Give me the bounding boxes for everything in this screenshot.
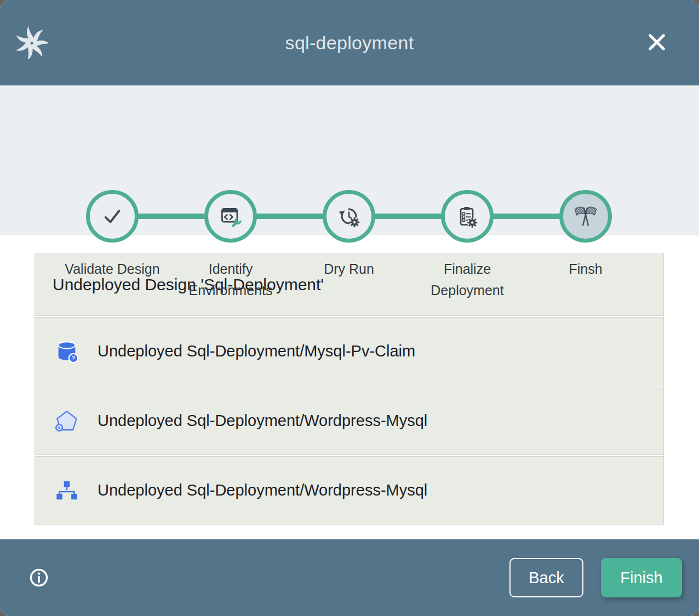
step-label: Finalize Deployment [419, 258, 516, 301]
svg-text:?: ? [72, 355, 75, 361]
clipboard-gear-icon [455, 204, 479, 228]
close-icon [646, 32, 667, 53]
step-dry-run: Dry Run [290, 190, 408, 301]
log-text: Undeployed Sql-Deployment/Wordpress-Mysq… [98, 412, 427, 430]
checkered-flags-icon [573, 204, 598, 229]
wizard-stepper: Validate Design Identify Environments [0, 85, 699, 235]
step-validate-design: Validate Design [53, 190, 171, 301]
step-label: Dry Run [324, 258, 374, 280]
sync-gear-icon [337, 204, 361, 228]
info-button[interactable] [29, 568, 49, 588]
log-row-wordpress-mysql-service: Undeployed Sql-Deployment/Wordpress-Mysq… [35, 387, 664, 455]
wizard-footer: Back Finish [0, 539, 699, 616]
deployment-wizard-modal: sql-deployment Validate Design [0, 0, 699, 616]
service-pentagon-icon [54, 408, 79, 434]
database-icon: ? [54, 339, 79, 364]
step-label: Finsh [569, 258, 602, 280]
log-text: Undeployed Sql-Deployment/Mysql-Pv-Claim [98, 342, 415, 360]
check-icon [101, 205, 124, 228]
wizard-title: sql-deployment [285, 32, 414, 54]
step-identify-environments: Identify Environments [171, 190, 290, 301]
finish-button[interactable]: Finish [601, 558, 682, 597]
log-row-wordpress-mysql-deployment: Undeployed Sql-Deployment/Wordpress-Mysq… [35, 456, 664, 525]
step-label: Validate Design [65, 258, 159, 280]
step-circle-identify-environments[interactable] [204, 190, 257, 243]
calm-swirl-logo-icon [15, 26, 48, 59]
log-row-mysql-pv-claim: ? Undeployed Sql-Deployment/Mysql-Pv-Cla… [35, 317, 664, 385]
step-circle-finalize-deployment[interactable] [441, 190, 494, 243]
step-finish: Finsh [526, 190, 645, 301]
step-finalize-deployment: Finalize Deployment [408, 190, 526, 301]
close-button[interactable] [646, 32, 667, 53]
log-text: Undeployed Sql-Deployment/Wordpress-Mysq… [98, 481, 427, 499]
step-label: Identify Environments [182, 258, 279, 301]
step-circle-dry-run[interactable] [323, 190, 375, 243]
code-window-wrench-icon [219, 204, 243, 228]
deployment-tree-icon [54, 478, 79, 503]
info-icon [29, 568, 49, 588]
wizard-header: sql-deployment [0, 0, 699, 85]
step-circle-validate-design[interactable] [86, 190, 139, 243]
step-circle-finish[interactable] [559, 190, 612, 243]
back-button[interactable]: Back [509, 558, 583, 597]
